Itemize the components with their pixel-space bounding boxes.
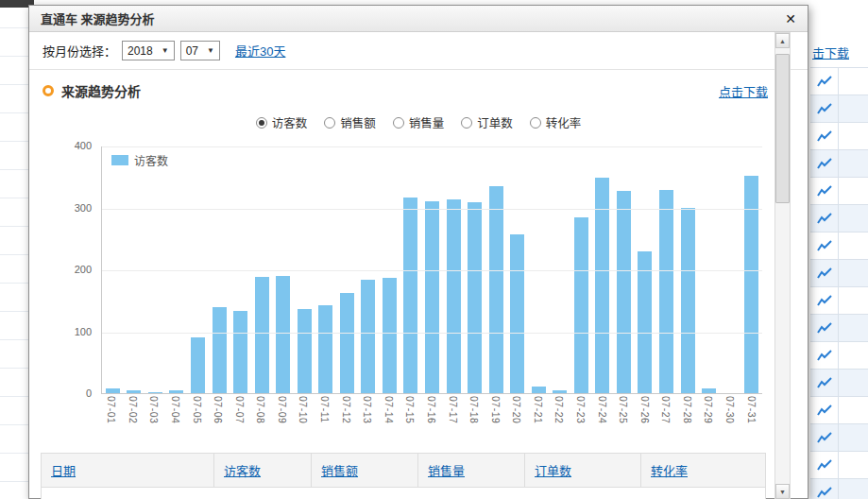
metric-radio-label: 转化率 bbox=[546, 113, 582, 131]
bar-07-29 bbox=[702, 388, 716, 393]
x-tick-label: 07-21 bbox=[533, 396, 544, 439]
trend-chart-icon[interactable] bbox=[810, 342, 839, 369]
trend-chart-icon[interactable] bbox=[810, 452, 839, 478]
trend-chart-icon[interactable] bbox=[810, 315, 839, 341]
metric-radio-4[interactable]: 订单数 bbox=[461, 113, 513, 131]
trend-chart-icon[interactable] bbox=[810, 424, 839, 451]
background-table-cell bbox=[839, 424, 868, 451]
trend-chart-icon[interactable] bbox=[810, 68, 839, 95]
metric-radio-5[interactable]: 转化率 bbox=[530, 113, 582, 131]
x-tick: 07-08 bbox=[254, 396, 268, 439]
x-tick: 07-28 bbox=[680, 396, 694, 439]
table-sort-link-5[interactable]: 订单数 bbox=[535, 464, 571, 478]
section-title: 来源趋势分析 bbox=[61, 81, 141, 100]
background-table-cell bbox=[839, 68, 868, 95]
metric-radio-label: 销售量 bbox=[409, 113, 445, 131]
table-header-row: 日期访客数销售额销售量订单数转化率 bbox=[42, 454, 765, 488]
x-axis-labels: 07-0107-0207-0307-0407-0507-0607-0707-08… bbox=[101, 396, 762, 439]
x-tick: 07-03 bbox=[147, 396, 162, 439]
table-sort-link-2[interactable]: 访客数 bbox=[224, 464, 261, 478]
gridline bbox=[102, 146, 762, 147]
trend-chart-icon[interactable] bbox=[810, 232, 839, 259]
background-page-left bbox=[0, 0, 28, 499]
trend-chart-icon[interactable] bbox=[810, 287, 839, 314]
scroll-up-button[interactable]: ▲ bbox=[775, 33, 790, 48]
background-table-row bbox=[810, 178, 868, 205]
x-tick: 07-11 bbox=[318, 396, 332, 439]
background-download-link[interactable]: 击下载 bbox=[812, 43, 849, 61]
trend-chart-icon[interactable] bbox=[810, 178, 839, 204]
bar-07-14 bbox=[383, 278, 397, 393]
x-tick: 07-29 bbox=[702, 396, 716, 439]
month-picker-label: 按月份选择： bbox=[43, 42, 116, 60]
background-table-cell bbox=[839, 315, 868, 341]
x-tick-label: 07-24 bbox=[597, 396, 608, 439]
legend-swatch bbox=[111, 155, 128, 165]
trend-chart-icon[interactable] bbox=[810, 150, 839, 177]
background-table-cell bbox=[839, 95, 868, 122]
trend-chart-icon[interactable] bbox=[810, 205, 839, 232]
metric-radio-3[interactable]: 销售量 bbox=[393, 113, 445, 131]
chevron-down-icon: ▼ bbox=[162, 46, 169, 55]
trend-chart-icon[interactable] bbox=[810, 123, 839, 149]
background-table-row bbox=[810, 479, 868, 499]
trend-chart-icon[interactable] bbox=[810, 479, 839, 499]
trend-chart-icon[interactable] bbox=[810, 260, 839, 286]
gridline bbox=[102, 270, 762, 271]
x-tick-label: 07-12 bbox=[341, 396, 352, 439]
x-tick: 07-17 bbox=[446, 396, 460, 439]
x-tick-label: 07-17 bbox=[448, 396, 459, 439]
x-tick-label: 07-09 bbox=[277, 396, 288, 439]
bar-07-28 bbox=[681, 208, 695, 393]
x-tick: 07-25 bbox=[617, 396, 631, 439]
background-table-row bbox=[810, 260, 868, 287]
close-icon[interactable]: ✕ bbox=[785, 12, 796, 26]
x-tick: 07-26 bbox=[638, 396, 652, 439]
scroll-down-button[interactable]: ▼ bbox=[775, 484, 790, 499]
scrollbar-thumb[interactable] bbox=[775, 54, 790, 203]
x-tick-label: 07-25 bbox=[618, 396, 629, 439]
background-table-cell bbox=[839, 150, 868, 177]
modal-scrollbar[interactable]: ▲ ▼ bbox=[774, 32, 791, 499]
x-tick-label: 07-26 bbox=[639, 396, 651, 439]
background-table-row bbox=[810, 150, 868, 178]
table-sort-link-6[interactable]: 转化率 bbox=[651, 464, 688, 478]
y-tick-label: 200 bbox=[75, 264, 92, 275]
metric-radio-label: 销售额 bbox=[340, 113, 376, 131]
bar-07-06 bbox=[213, 307, 227, 393]
recent-30-days-link[interactable]: 最近30天 bbox=[235, 42, 285, 60]
trend-chart-icon[interactable] bbox=[810, 397, 839, 423]
bar-07-05 bbox=[191, 337, 205, 393]
table-sort-link-4[interactable]: 销售量 bbox=[428, 464, 465, 478]
background-table-rows bbox=[810, 67, 868, 499]
x-tick: 07-23 bbox=[574, 396, 588, 439]
x-tick: 07-05 bbox=[190, 396, 204, 439]
table-row bbox=[42, 488, 765, 499]
x-tick: 07-18 bbox=[468, 396, 482, 439]
x-tick-label: 07-30 bbox=[724, 396, 736, 439]
table-sort-link-3[interactable]: 销售额 bbox=[321, 464, 358, 478]
month-select[interactable]: 07 ▼ bbox=[180, 41, 220, 60]
download-link[interactable]: 点击下载 bbox=[719, 82, 768, 100]
table-sort-link-1[interactable]: 日期 bbox=[51, 464, 76, 478]
bar-07-17 bbox=[447, 199, 461, 393]
bar-07-18 bbox=[468, 202, 482, 393]
trend-chart-icon[interactable] bbox=[810, 95, 839, 122]
background-table-row bbox=[810, 424, 868, 452]
summary-table: 日期访客数销售额销售量订单数转化率 bbox=[41, 453, 766, 499]
x-tick-label: 07-18 bbox=[468, 396, 480, 439]
year-select[interactable]: 2018 ▼ bbox=[122, 41, 175, 60]
metric-radio-1[interactable]: 访客数 bbox=[256, 113, 308, 131]
trend-chart-icon[interactable] bbox=[810, 370, 839, 396]
bar-07-10 bbox=[298, 309, 312, 393]
bar-07-03 bbox=[148, 392, 162, 393]
bar-07-13 bbox=[361, 280, 375, 393]
metric-radio-2[interactable]: 销售额 bbox=[324, 113, 376, 131]
x-tick-label: 07-06 bbox=[213, 396, 224, 439]
arrow-up-icon: ▲ bbox=[779, 38, 786, 44]
x-tick-label: 07-01 bbox=[106, 396, 117, 439]
x-tick-label: 07-08 bbox=[255, 396, 266, 439]
y-tick-label: 300 bbox=[75, 202, 92, 214]
x-tick-label: 07-16 bbox=[426, 396, 437, 439]
month-select-value: 07 bbox=[186, 44, 198, 58]
